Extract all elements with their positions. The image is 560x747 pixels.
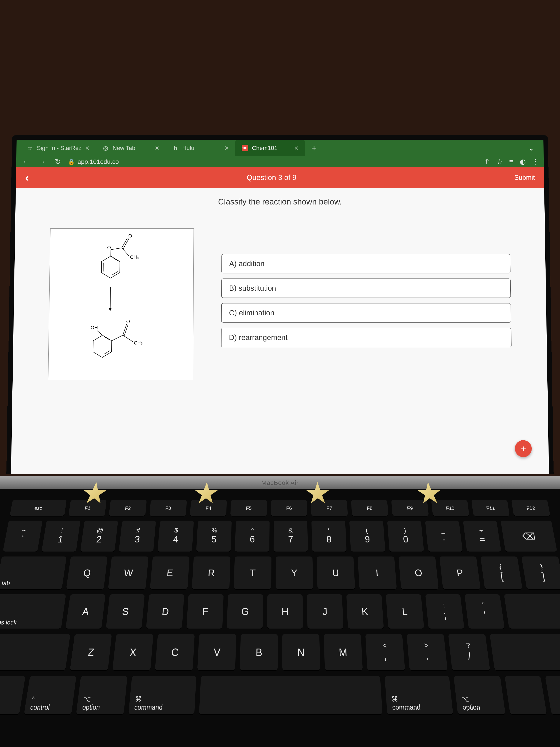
key[interactable]: E <box>150 557 189 590</box>
key[interactable]: &7 <box>273 521 308 552</box>
answer-option-b[interactable]: B) substitution <box>221 279 511 298</box>
bookmark-icon[interactable]: ☆ <box>497 158 503 165</box>
key[interactable]: A <box>65 594 105 629</box>
key[interactable] <box>490 634 560 671</box>
key[interactable]: F <box>186 594 224 629</box>
key[interactable]: ⌫ <box>501 521 557 552</box>
key[interactable]: V <box>197 634 236 671</box>
key[interactable]: F7 <box>311 500 348 516</box>
key[interactable] <box>545 676 560 715</box>
key[interactable]: N <box>282 634 320 671</box>
key[interactable]: F6 <box>271 500 307 516</box>
key[interactable]: D <box>146 594 184 629</box>
close-icon[interactable]: × <box>85 144 90 152</box>
key[interactable]: B <box>240 634 278 671</box>
key[interactable]: *8 <box>312 521 347 552</box>
key[interactable]: ⌥option <box>454 676 506 715</box>
key[interactable]: I <box>357 557 397 590</box>
key[interactable]: S <box>106 594 145 629</box>
key[interactable] <box>0 634 70 671</box>
url-bar[interactable]: 🔒 app.101edu.co <box>68 158 479 165</box>
key[interactable]: (9 <box>349 521 385 552</box>
key[interactable]: ^6 <box>235 521 269 552</box>
key[interactable]: F2 <box>109 500 147 516</box>
close-icon[interactable]: × <box>294 144 298 152</box>
key[interactable]: <, <box>365 634 405 671</box>
key[interactable]: T <box>234 557 271 590</box>
key[interactable]: !1 <box>42 521 80 552</box>
key[interactable]: ~` <box>3 521 43 552</box>
key[interactable]: ⌥option <box>76 676 127 715</box>
new-tab-button[interactable]: + <box>307 143 321 153</box>
key[interactable]: _- <box>425 521 462 552</box>
menu-icon[interactable]: ⋮ <box>532 158 539 165</box>
key[interactable]: >. <box>407 634 448 671</box>
tab-chem101[interactable]: 101 Chem101 × <box>235 140 305 156</box>
key[interactable]: R <box>192 557 231 590</box>
tab-newtab[interactable]: ◎ New Tab × <box>96 140 165 156</box>
key[interactable]: fn <box>0 676 25 715</box>
add-fab-button[interactable]: + <box>515 440 532 457</box>
key[interactable]: F8 <box>351 500 388 516</box>
key[interactable]: F5 <box>230 500 267 516</box>
key[interactable]: += <box>463 521 502 552</box>
key[interactable] <box>505 676 547 715</box>
key[interactable]: tab <box>0 557 67 590</box>
key[interactable]: esc <box>10 500 67 516</box>
key[interactable]: C <box>155 634 195 671</box>
key[interactable] <box>504 594 560 629</box>
back-button[interactable]: ← <box>21 157 31 166</box>
key[interactable]: )0 <box>387 521 424 552</box>
reload-button[interactable]: ↻ <box>53 157 62 166</box>
key[interactable]: %5 <box>196 521 232 552</box>
key[interactable]: X <box>112 634 153 671</box>
back-chevron-icon[interactable]: ‹ <box>25 171 29 184</box>
tabs-dropdown-icon[interactable]: ⌄ <box>528 144 540 152</box>
key[interactable]: O <box>399 557 439 590</box>
close-icon[interactable]: × <box>155 144 159 152</box>
key[interactable]: J <box>307 594 343 629</box>
key[interactable]: ⌘command <box>128 676 196 715</box>
key[interactable]: L <box>386 594 424 629</box>
profile-icon[interactable]: ◐ <box>519 158 526 165</box>
answer-option-d[interactable]: D) rearrangement <box>221 328 511 347</box>
key[interactable]: ⌘command <box>385 676 453 715</box>
key[interactable]: Z <box>70 634 112 671</box>
key[interactable]: G <box>227 594 263 629</box>
key[interactable]: ^control <box>24 676 76 715</box>
key[interactable]: F4 <box>190 500 227 516</box>
key[interactable] <box>199 676 382 715</box>
key[interactable]: {[ <box>481 557 523 590</box>
key[interactable]: F9 <box>391 500 429 516</box>
key[interactable]: P <box>439 557 481 590</box>
key[interactable]: U <box>317 557 355 590</box>
key[interactable]: F11 <box>471 500 510 516</box>
tab-starrez[interactable]: ☆ Sign In - StarRez × <box>20 140 96 156</box>
key[interactable]: }] <box>522 557 560 590</box>
key[interactable]: aps lock <box>0 594 66 629</box>
tab-hulu[interactable]: h Hulu × <box>165 140 235 156</box>
answer-option-a[interactable]: A) addition <box>221 254 511 273</box>
key[interactable]: F3 <box>149 500 187 516</box>
key[interactable]: ?/ <box>448 634 490 671</box>
share-icon[interactable]: ⇧ <box>484 158 490 165</box>
key[interactable]: Q <box>66 557 108 590</box>
key[interactable]: W <box>108 557 149 590</box>
key[interactable]: #3 <box>119 521 156 552</box>
key[interactable]: M <box>324 634 363 671</box>
forward-button[interactable]: → <box>37 157 48 166</box>
key[interactable]: Y <box>275 557 313 590</box>
close-icon[interactable]: × <box>224 144 229 152</box>
key[interactable]: "' <box>464 594 505 629</box>
key[interactable]: H <box>267 594 303 629</box>
key[interactable]: F12 <box>511 500 550 516</box>
key[interactable]: :; <box>425 594 464 629</box>
reading-list-icon[interactable]: ≡ <box>509 158 513 165</box>
key[interactable]: $4 <box>157 521 194 552</box>
key[interactable]: F10 <box>431 500 470 516</box>
key[interactable]: K <box>346 594 384 629</box>
tab-label: Chem101 <box>252 145 277 151</box>
submit-button[interactable]: Submit <box>514 174 535 181</box>
answer-option-c[interactable]: C) elimination <box>221 303 511 323</box>
key[interactable]: @2 <box>80 521 118 552</box>
